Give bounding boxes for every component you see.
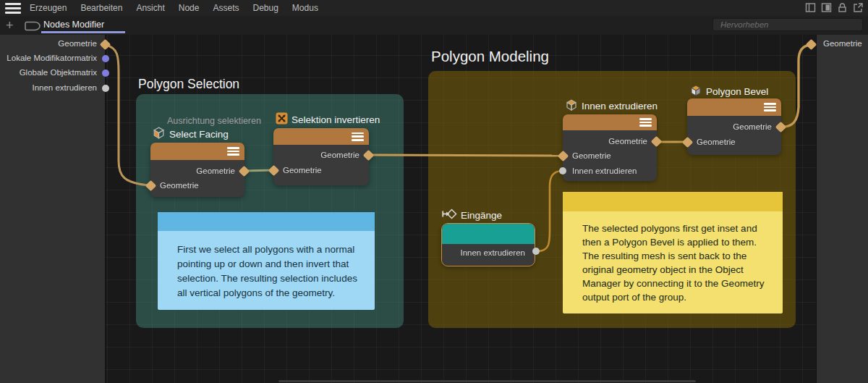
split-right-icon[interactable] [821,2,832,13]
inner-extrude-caption[interactable]: Innen extrudieren [565,98,658,114]
select-facing-input-geometrie: Geometrie [160,180,199,190]
graph-input-geometrie-label: Geometrie [58,39,97,48]
comment-blue-text: First we select all polygons with a norm… [158,231,375,300]
inner-extrude-input-geometrie: Geometrie [572,151,611,161]
polygon-bevel-header[interactable] [687,98,781,116]
node-eingaenge[interactable]: Innen extrudieren [441,223,535,266]
graph-input-globale-matrix-label: Globale Objektmatrix [20,68,97,77]
inner-extrude-input-innen-port[interactable] [559,167,566,174]
polygon-bevel-caption[interactable]: Polygon Bevel [689,84,768,99]
invert-selection-caption[interactable]: Selektion invertieren [276,112,380,127]
hamburger-icon[interactable] [5,3,21,14]
graph-output-geometrie-label: Geometrie [823,39,862,48]
frame-icon[interactable] [25,21,41,34]
tab-nodes-modifier[interactable]: Nodes Modifier [43,20,104,30]
tab-active-underline [41,31,125,33]
highlight-search-input[interactable] [712,18,863,31]
select-facing-caption[interactable]: Select Facing [152,126,229,142]
graph-input-innen-extrudieren-label: Innen extrudieren [32,83,97,92]
graph-outputs-panel [816,35,868,383]
polygon-bevel-menu-icon[interactable] [764,103,776,111]
graph-input-lokale-matrix-port[interactable] [102,55,109,62]
menu-modus[interactable]: Modus [292,3,318,13]
horizontal-scrollbar[interactable] [278,380,696,382]
menu-node[interactable]: Node [179,3,200,13]
polygon-bevel-input-geometrie: Geometrie [697,137,736,147]
inner-extrude-cube-icon [565,98,578,114]
menu-bearbeiten[interactable]: Bearbeiten [80,3,122,13]
polygon-bevel-cube-icon [689,84,702,99]
invert-selection-title: Selektion invertieren [292,114,380,125]
inner-extrude-header[interactable] [563,114,657,130]
node-inner-extrude[interactable]: Geometrie Geometrie Innen extrudieren [563,114,657,181]
comment-note-blue[interactable]: First we select all polygons with a norm… [158,212,375,310]
menu-assets[interactable]: Assets [213,3,239,13]
graph-input-globale-matrix-port[interactable] [102,70,109,77]
comment-blue-header[interactable] [158,212,375,231]
inner-extrude-input-innen: Innen extrudieren [572,166,637,176]
invert-selection-input-geometrie: Geometrie [283,165,322,175]
eingaenge-header[interactable] [442,224,535,244]
invert-selection-menu-icon[interactable] [352,132,364,141]
select-facing-header[interactable] [150,143,244,160]
node-polygon-bevel[interactable]: Geometrie Geometrie [687,98,781,155]
comment-yellow-header[interactable] [563,192,783,211]
eingaenge-caption[interactable]: Eingänge [442,208,502,222]
menu-erzeugen[interactable]: Erzeugen [30,3,67,13]
graph-input-innen-extrudieren-port[interactable] [102,85,109,92]
group-title-polygon-selection: Polygon Selection [138,77,239,92]
comment-note-yellow[interactable]: The selected polygons first get inset an… [563,192,783,313]
graph-input-lokale-matrix-label: Lokale Modifikatormatrix [7,54,97,62]
menu-ansicht[interactable]: Ansicht [136,3,164,13]
group-title-polygon-modeling: Polygon Modeling [431,48,549,65]
eingaenge-title: Eingänge [461,210,502,221]
lock-icon[interactable] [837,2,848,13]
select-facing-cube-icon [152,126,166,142]
tab-bar: + Nodes Modifier [0,16,868,35]
menu-bar: Erzeugen Bearbeiten Ansicht Node Assets … [0,0,868,16]
split-left-icon[interactable] [805,2,816,13]
invert-selection-output-geometrie: Geometrie [320,150,359,160]
select-facing-menu-icon[interactable] [227,147,239,156]
polygon-bevel-output-geometrie: Geometrie [733,122,772,132]
node-invert-selection[interactable]: Geometrie Geometrie [273,128,369,185]
invert-selection-icon [276,112,288,127]
inner-extrude-output-geometrie: Geometrie [608,136,647,146]
eingaenge-output-port[interactable] [532,248,540,255]
node-select-facing[interactable]: Geometrie Geometrie [150,143,244,197]
menu-debug[interactable]: Debug [252,3,278,13]
invert-selection-header[interactable] [273,128,369,145]
add-tab-icon[interactable]: + [6,20,14,31]
eingaenge-input-icon [442,208,457,222]
eingaenge-output-innen: Innen extrudieren [460,248,525,258]
inner-extrude-menu-icon[interactable] [639,118,652,127]
select-facing-context-label: Ausrichtung selektieren [167,116,261,126]
comment-yellow-text: The selected polygons first get inset an… [563,211,783,304]
select-facing-title: Select Facing [169,129,229,140]
pop-out-icon[interactable] [853,2,864,13]
inner-extrude-title: Innen extrudieren [582,101,658,111]
polygon-bevel-title: Polygon Bevel [706,86,768,97]
select-facing-output-geometrie: Geometrie [196,166,235,176]
